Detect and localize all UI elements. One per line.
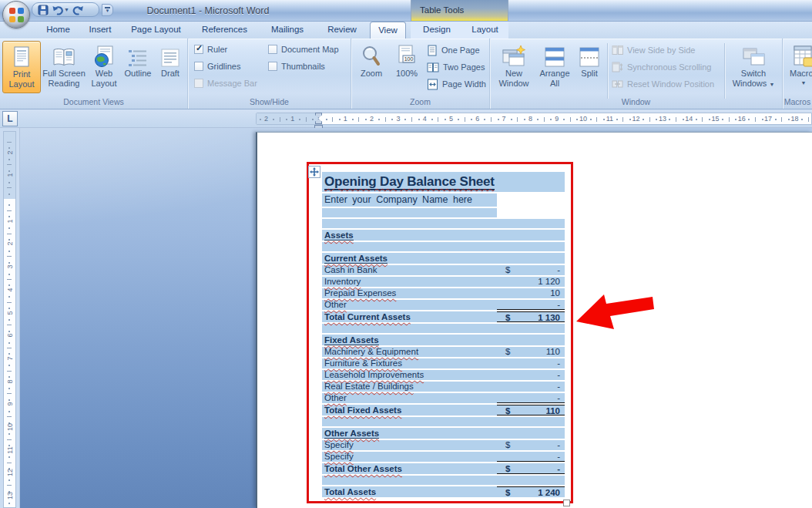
tab-references[interactable]: References xyxy=(192,22,257,39)
row-label-cell[interactable] xyxy=(322,324,497,333)
amount-cell[interactable] xyxy=(497,230,565,241)
amount-cell[interactable] xyxy=(497,242,565,251)
tab-home[interactable]: Home xyxy=(39,22,77,39)
amount-cell[interactable]: 10 xyxy=(497,288,565,298)
amount-cell[interactable]: - xyxy=(497,382,565,392)
full-screen-reading-button[interactable]: Full Screen Reading xyxy=(42,41,86,93)
row-label-cell[interactable]: Specify xyxy=(322,440,497,450)
tab-insert[interactable]: Insert xyxy=(80,22,120,39)
row-label-cell[interactable]: Specify xyxy=(322,452,497,462)
tab-mailings[interactable]: Mailings xyxy=(260,22,314,39)
row-label-cell[interactable]: Total Current Assets xyxy=(322,311,497,322)
amount-cell[interactable]: - xyxy=(497,300,565,310)
tab-page-layout[interactable]: Page Layout xyxy=(123,22,189,39)
row-label-cell[interactable]: Prepaid Expenses xyxy=(322,288,497,298)
undo-button[interactable]: ▼ xyxy=(51,3,70,16)
split-button[interactable]: Split xyxy=(575,41,604,93)
checkbox-gridlines[interactable]: Gridlines xyxy=(194,60,240,72)
table-row[interactable]: Furniture & Fixtures- xyxy=(322,358,565,368)
amount-cell[interactable]: - xyxy=(497,370,565,380)
zoom-button[interactable]: Zoom xyxy=(354,41,388,93)
amount-cell[interactable] xyxy=(497,417,565,426)
row-label-cell[interactable]: Total Fixed Assets xyxy=(322,405,497,415)
amount-cell[interactable] xyxy=(497,219,565,228)
switch-windows-button[interactable]: Switch Windows ▼ xyxy=(729,41,778,93)
table-row[interactable]: Total Other Assets$- xyxy=(322,463,565,474)
row-label-cell[interactable]: Other Assets xyxy=(322,428,497,439)
table-row[interactable] xyxy=(322,417,565,426)
row-label-cell[interactable]: Enter your Company Name here xyxy=(322,193,497,207)
page-width-button[interactable]: Page Width xyxy=(427,77,486,91)
table-row[interactable]: Specify- xyxy=(322,452,565,462)
tab-design[interactable]: Design xyxy=(414,22,460,39)
table-row[interactable]: Other Assets xyxy=(322,428,565,439)
print-layout-button[interactable]: Print Layout xyxy=(2,41,41,93)
amount-cell[interactable]: - xyxy=(497,393,565,403)
table-row[interactable] xyxy=(322,208,565,217)
table-resize-handle[interactable] xyxy=(563,500,570,506)
zoom-100-button[interactable]: 100 100% xyxy=(390,41,424,93)
table-row[interactable]: Total Fixed Assets$110 xyxy=(322,405,565,415)
table-selection-border[interactable]: Opening Day Balance SheetEnter your Comp… xyxy=(307,162,573,503)
outline-button[interactable]: Outline xyxy=(122,41,154,93)
amount-cell[interactable]: - xyxy=(497,452,565,462)
two-pages-button[interactable]: Two Pages xyxy=(427,60,485,74)
row-label-cell[interactable]: Fixed Assets xyxy=(322,335,497,345)
row-label-cell[interactable] xyxy=(322,476,497,485)
row-label-cell[interactable]: Machinery & Equipment xyxy=(322,347,497,357)
table-row[interactable]: Specify$- xyxy=(322,440,565,450)
row-label-cell[interactable]: Opening Day Balance Sheet xyxy=(322,172,497,192)
table-row[interactable]: Total Current Assets$1 130 xyxy=(322,311,565,322)
row-label-cell[interactable]: Real Estate / Buildings xyxy=(322,382,497,392)
tab-layout[interactable]: Layout xyxy=(462,22,508,39)
tab-view[interactable]: View xyxy=(370,22,406,39)
row-label-cell[interactable] xyxy=(322,219,497,228)
table-row[interactable]: Current Assets xyxy=(322,253,565,264)
tab-review[interactable]: Review xyxy=(317,22,367,39)
row-label-cell[interactable]: Total Assets xyxy=(322,486,497,497)
save-button[interactable] xyxy=(37,3,49,16)
amount-cell[interactable]: $- xyxy=(497,440,565,450)
row-label-cell[interactable]: Other xyxy=(322,393,497,403)
row-label-cell[interactable]: Leasehold Improvements xyxy=(322,370,497,380)
table-row[interactable]: Other- xyxy=(322,393,565,403)
amount-cell[interactable]: 1 120 xyxy=(497,277,565,287)
macros-button[interactable]: Macros ▼ xyxy=(786,41,812,93)
row-label-cell[interactable]: Cash in Bank xyxy=(322,265,497,275)
row-label-cell[interactable]: Other xyxy=(322,300,497,310)
amount-cell[interactable] xyxy=(497,324,565,333)
amount-cell[interactable]: $- xyxy=(497,463,565,474)
amount-cell[interactable] xyxy=(497,428,565,439)
amount-cell[interactable] xyxy=(497,335,565,345)
table-row[interactable]: Total Assets$1 240 xyxy=(322,486,565,497)
row-label-cell[interactable]: Total Other Assets xyxy=(322,463,497,474)
row-label-cell[interactable]: Furniture & Fixtures xyxy=(322,358,497,368)
checkbox-ruler[interactable]: ✓ Ruler xyxy=(194,43,227,56)
table-row[interactable]: Real Estate / Buildings- xyxy=(322,382,565,392)
table-row[interactable] xyxy=(322,242,565,251)
table-row[interactable]: Fixed Assets xyxy=(322,335,565,345)
amount-cell[interactable] xyxy=(497,208,565,217)
amount-cell[interactable] xyxy=(497,476,565,485)
web-layout-button[interactable]: Web Layout xyxy=(87,41,121,93)
row-label-cell[interactable]: Assets xyxy=(322,230,497,241)
tab-selector-button[interactable]: L xyxy=(2,111,18,126)
table-row[interactable] xyxy=(322,219,565,228)
row-label-cell[interactable]: Current Assets xyxy=(322,253,497,264)
table-row[interactable]: Machinery & Equipment$110 xyxy=(322,347,565,357)
arrange-all-button[interactable]: Arrange All xyxy=(535,41,575,93)
table-row[interactable]: Inventory1 120 xyxy=(322,277,565,287)
amount-cell[interactable]: - xyxy=(497,358,565,368)
table-row[interactable]: Assets xyxy=(322,230,565,241)
amount-cell[interactable]: $1 130 xyxy=(497,311,565,322)
amount-cell[interactable]: $1 240 xyxy=(497,486,565,497)
table-row[interactable]: Leasehold Improvements- xyxy=(322,370,565,380)
table-row[interactable]: Cash in Bank$- xyxy=(322,265,565,275)
new-window-button[interactable]: New Window xyxy=(495,41,533,93)
office-button[interactable] xyxy=(2,1,30,29)
table-row[interactable]: Prepaid Expenses10 xyxy=(322,288,565,298)
amount-cell[interactable]: $- xyxy=(497,265,565,275)
amount-cell[interactable]: $110 xyxy=(497,347,565,357)
amount-cell[interactable] xyxy=(497,193,565,207)
row-label-cell[interactable] xyxy=(322,242,497,251)
